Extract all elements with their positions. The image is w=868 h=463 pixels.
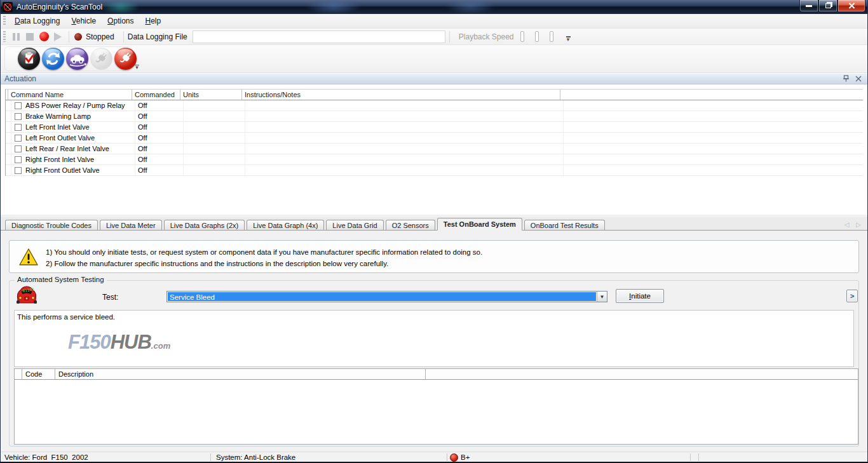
initiate-button[interactable]: Initiate [616,289,664,303]
chevron-down-icon[interactable]: ▼ [597,292,607,302]
actuation-panel: Actuation Command Name Commanded Units I… [1,73,867,215]
commanded-value: Off [135,133,184,143]
report-checklist-button[interactable] [18,48,40,70]
expand-button[interactable]: > [846,290,858,302]
toolbar-separator [123,31,124,43]
command-name: Right Front Outlet Valve [25,166,100,174]
close-button[interactable] [837,0,865,12]
test-label: Test: [102,293,118,302]
actuation-checkbox[interactable] [15,167,22,174]
test-select-dropdown[interactable]: Service Bleed ▼ [166,291,607,302]
panel-close-button[interactable] [853,74,864,83]
tab-live-data-meter[interactable]: Live Data Meter [100,220,162,231]
aero-glow [305,0,362,14]
actuation-panel-header: Actuation [1,73,867,84]
menu-help[interactable]: Help [139,15,166,27]
column-header-commanded[interactable]: Commanded [132,90,180,100]
actuation-table: Command Name Commanded Units Instruction… [5,89,863,176]
record-icon [39,32,49,41]
command-name: Right Front Inlet Valve [25,156,94,163]
table-row[interactable]: Left Front Inlet Valve Off [6,122,863,133]
table-row[interactable]: ABS Power Relay / Pump Relay Off [6,100,863,111]
commanded-value: Off [135,144,184,154]
tab-test-onboard-system[interactable]: Test OnBoard System [437,218,522,231]
command-name: ABS Power Relay / Pump Relay [25,102,125,109]
battery-status-icon [450,453,458,462]
record-button[interactable] [37,30,50,43]
commanded-value: Off [135,100,184,111]
actuation-title: Actuation [4,74,36,83]
actuation-checkbox[interactable] [15,135,22,142]
toolbar-overflow-button[interactable]: ▼ [133,58,141,72]
minimize-button[interactable] [799,0,818,12]
column-header-units[interactable]: Units [180,90,242,100]
restore-button[interactable] [818,0,837,12]
window-title: AutoEnginuity's ScanTool [17,3,102,11]
playback-speed-slider[interactable] [550,31,553,42]
test-results-table: Code Description [14,368,858,445]
pause-icon [13,33,20,41]
refresh-data-icon [42,48,64,70]
playback-speed-label: Playback Speed [459,32,514,41]
play-button[interactable] [51,30,64,43]
playback-speed-slider[interactable] [535,31,539,42]
play-icon [54,32,62,41]
toolbar-separator [69,31,69,43]
minimize-icon [806,5,812,7]
status-system: System: Anti-Lock Brake [216,453,295,461]
table-row[interactable]: Left Rear / Rear Inlet Valve Off [6,144,863,154]
column-header-code[interactable]: Code [22,369,55,379]
report-checklist-icon [18,48,40,70]
commanded-value: Off [135,111,184,121]
actuation-checkbox[interactable] [15,156,22,163]
tab-live-data-graphs-2x[interactable]: Live Data Graphs (2x) [164,220,245,231]
warning-box: 1) You should only initiate tests, or re… [9,240,859,273]
tab-scroll-arrows[interactable]: ◁ ▷ [844,221,867,228]
table-row[interactable]: Brake Warning Lamp Off [6,111,863,122]
data-logging-file-input[interactable] [193,30,445,43]
menu-options[interactable]: Options [102,15,139,27]
test-description: This performs a service bleed. [17,313,115,321]
status-battery: B+ [461,453,470,461]
data-logging-file-label: Data Logging File [128,32,187,41]
actuation-checkbox[interactable] [15,113,22,120]
column-header-description[interactable]: Description [55,369,426,379]
tab-diagnostic-trouble-codes[interactable]: Diagnostic Trouble Codes [5,220,98,231]
f150hub-watermark: F150HUB.com [68,332,170,356]
tab-o2-sensors[interactable]: O2 Sensors [386,220,435,231]
menu-data-logging[interactable]: Data Logging [9,15,65,27]
table-row[interactable]: Left Front Outlet Valve Off [6,133,863,144]
group-title: Automated System Testing [15,276,107,283]
pin-icon [843,75,850,83]
refresh-data-button[interactable] [42,48,64,70]
pause-button[interactable] [10,30,22,43]
table-row[interactable]: Right Front Inlet Valve Off [6,154,863,165]
column-header-instructions[interactable]: Instructions/Notes [242,90,560,100]
tab-live-data-grid[interactable]: Live Data Grid [326,220,383,231]
stop-button[interactable] [24,30,36,43]
tab-strip: Diagnostic Trouble Codes Live Data Meter… [1,217,867,231]
tab-onboard-test-results[interactable]: OnBoard Test Results [524,220,605,231]
connect-button[interactable] [90,48,112,70]
actuation-checkbox[interactable] [15,124,22,131]
warning-line-2: 2) Follow the manufacturer specific inst… [46,258,482,269]
test-onboard-system-page: 1) You should only initiate tests, or re… [1,231,867,452]
connection-toolbar-card [4,46,132,71]
pin-button[interactable] [841,74,851,83]
app-icon [3,2,13,12]
menu-vehicle[interactable]: Vehicle [65,15,102,27]
actuation-checkbox[interactable] [15,145,22,152]
command-name: Left Rear / Rear Inlet Valve [25,145,109,152]
actuation-checkbox[interactable] [15,102,22,109]
toolbar-overflow-button[interactable]: ▼ [564,30,573,44]
toolbar-grip [3,31,6,43]
playback-speed-slider[interactable] [520,31,524,42]
column-header-command-name[interactable]: Command Name [8,90,132,100]
vehicle-sync-button[interactable] [66,48,88,70]
connection-toolbar: ▼ [1,45,867,73]
table-row[interactable]: Right Front Outlet Valve Off [6,165,863,176]
selected-test: Service Bleed [168,292,596,301]
tab-live-data-graph-4x[interactable]: Live Data Graph (4x) [247,220,324,231]
toolbar-grip [3,16,6,25]
status-separator [698,453,699,461]
